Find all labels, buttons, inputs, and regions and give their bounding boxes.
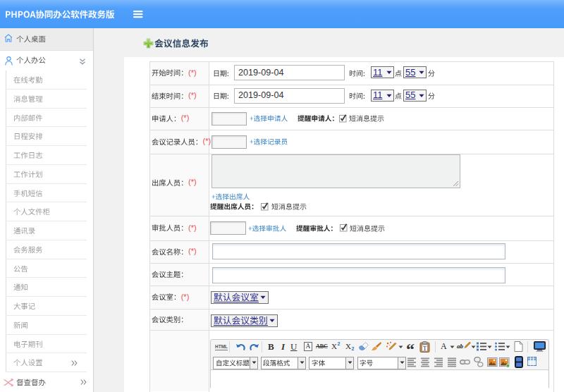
svg-text:T: T	[423, 345, 427, 352]
